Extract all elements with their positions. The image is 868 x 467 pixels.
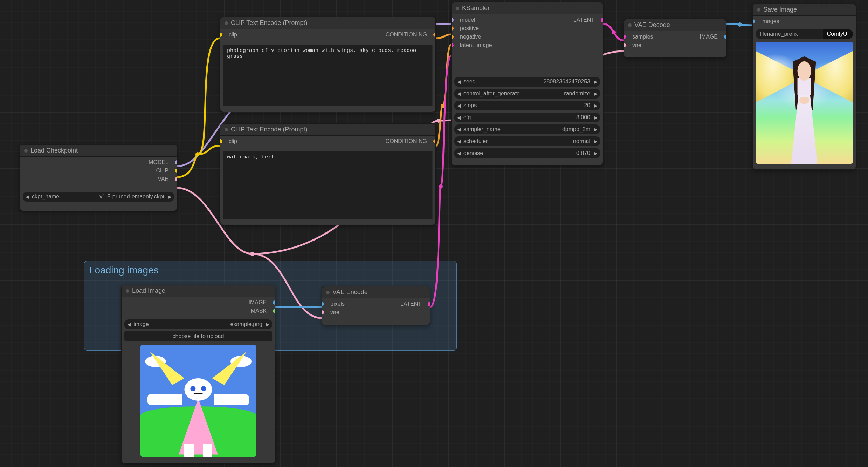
arrow-left-icon[interactable]: ◀ (456, 103, 462, 108)
socket[interactable] (322, 302, 324, 306)
socket[interactable] (752, 19, 755, 23)
arrow-right-icon[interactable]: ▶ (592, 115, 599, 120)
node-collapse-dot[interactable] (126, 289, 129, 293)
node-load-image[interactable]: Load Image IMAGE MASK ◀imageexample.png▶… (121, 285, 275, 463)
socket[interactable] (428, 302, 430, 306)
output-conditioning[interactable]: CONDITIONING (382, 137, 435, 145)
node-collapse-dot[interactable] (225, 21, 228, 25)
arrow-left-icon[interactable]: ◀ (456, 91, 462, 96)
arrow-right-icon[interactable]: ▶ (166, 194, 173, 199)
input-pixels[interactable]: pixels (322, 300, 348, 308)
input-model[interactable]: model (452, 16, 496, 24)
param-filename-prefix[interactable]: filename_prefix ComfyUI (756, 29, 853, 39)
input-positive[interactable]: positive (452, 24, 496, 33)
input-negative[interactable]: negative (452, 33, 496, 41)
param-image[interactable]: ◀imageexample.png▶ (124, 319, 272, 329)
param-ckpt-name[interactable]: ◀ ckpt_name v1-5-pruned-emaonly.ckpt ▶ (23, 192, 174, 202)
socket[interactable] (433, 33, 436, 37)
prompt-textarea[interactable]: watermark, text (223, 151, 433, 219)
param-denoise[interactable]: ◀denoise0.870▶ (454, 148, 600, 158)
socket[interactable] (601, 18, 603, 22)
socket[interactable] (451, 18, 454, 22)
node-load-checkpoint[interactable]: Load Checkpoint MODEL CLIP VAE ◀ ckpt_na… (20, 144, 177, 211)
arrow-right-icon[interactable]: ▶ (592, 103, 599, 108)
arrow-left-icon[interactable]: ◀ (24, 194, 30, 199)
socket[interactable] (220, 33, 222, 37)
socket[interactable] (624, 35, 626, 39)
node-collapse-dot[interactable] (326, 291, 330, 294)
socket[interactable] (451, 26, 454, 31)
output-image[interactable]: IMAGE (696, 33, 726, 41)
arrow-left-icon[interactable]: ◀ (456, 138, 462, 144)
node-header[interactable]: VAE Decode (624, 19, 726, 31)
output-clip[interactable]: CLIP (152, 167, 177, 175)
output-mask[interactable]: MASK (247, 307, 275, 315)
arrow-right-icon[interactable]: ▶ (592, 138, 599, 144)
node-collapse-dot[interactable] (456, 7, 459, 10)
socket[interactable] (624, 43, 626, 47)
arrow-left-icon[interactable]: ◀ (456, 115, 462, 120)
node-collapse-dot[interactable] (628, 23, 632, 27)
node-header[interactable]: Load Image (122, 285, 275, 297)
param-sampler-name[interactable]: ◀sampler_namedpmpp_2m▶ (454, 124, 600, 134)
prompt-textarea[interactable]: photograph of victorian woman with wings… (223, 45, 433, 106)
node-clip-text-encode-negative[interactable]: CLIP Text Encode (Prompt) clip CONDITION… (220, 123, 436, 225)
node-ksampler[interactable]: KSampler model positive negative latent_… (451, 2, 603, 165)
socket[interactable] (175, 177, 177, 181)
node-collapse-dot[interactable] (757, 8, 760, 12)
node-clip-text-encode-positive[interactable]: CLIP Text Encode (Prompt) clip CONDITION… (220, 17, 436, 112)
input-vae[interactable]: vae (322, 308, 348, 317)
socket[interactable] (724, 35, 726, 39)
node-collapse-dot[interactable] (225, 128, 228, 131)
input-vae[interactable]: vae (624, 41, 657, 49)
output-latent[interactable]: LATENT (570, 16, 603, 24)
arrow-right-icon[interactable]: ▶ (592, 150, 599, 156)
socket[interactable] (433, 139, 436, 143)
socket[interactable] (220, 139, 222, 143)
socket[interactable] (451, 35, 454, 39)
socket[interactable] (175, 169, 177, 173)
output-vae[interactable]: VAE (154, 175, 177, 183)
node-vae-encode[interactable]: VAE Encode pixels vae LATENT (322, 286, 430, 325)
node-header[interactable]: Load Checkpoint (20, 145, 177, 157)
param-control-after-generate[interactable]: ◀control_after_generaterandomize▶ (454, 89, 600, 99)
node-header[interactable]: KSampler (452, 2, 603, 14)
node-header[interactable]: VAE Encode (322, 286, 430, 298)
socket[interactable] (273, 309, 275, 313)
arrow-left-icon[interactable]: ◀ (126, 322, 132, 327)
input-samples[interactable]: samples (624, 33, 657, 41)
param-cfg[interactable]: ◀cfg8.000▶ (454, 113, 600, 122)
socket[interactable] (273, 300, 275, 305)
arrow-left-icon[interactable]: ◀ (456, 150, 462, 156)
input-clip[interactable]: clip (220, 137, 241, 145)
arrow-right-icon[interactable]: ▶ (592, 91, 599, 96)
socket[interactable] (175, 160, 177, 164)
output-conditioning[interactable]: CONDITIONING (382, 31, 435, 39)
node-header[interactable]: CLIP Text Encode (Prompt) (220, 124, 435, 136)
param-steps[interactable]: ◀steps20▶ (454, 101, 600, 110)
output-image-preview[interactable] (756, 42, 853, 164)
arrow-left-icon[interactable]: ◀ (456, 127, 462, 132)
arrow-left-icon[interactable]: ◀ (456, 79, 462, 84)
socket[interactable] (322, 310, 324, 314)
node-header[interactable]: CLIP Text Encode (Prompt) (220, 17, 435, 29)
arrow-right-icon[interactable]: ▶ (592, 79, 599, 84)
choose-file-button[interactable]: choose file to upload (124, 331, 272, 341)
input-latent-image[interactable]: latent_image (452, 41, 496, 49)
node-header[interactable]: Save Image (753, 4, 856, 16)
node-title: Load Checkpoint (30, 147, 78, 154)
output-model[interactable]: MODEL (145, 158, 177, 167)
param-scheduler[interactable]: ◀schedulernormal▶ (454, 136, 600, 146)
node-save-image[interactable]: Save Image images filename_prefix ComfyU… (752, 4, 856, 170)
node-vae-decode[interactable]: VAE Decode samples vae IMAGE (624, 19, 726, 57)
arrow-right-icon[interactable]: ▶ (592, 127, 599, 132)
node-collapse-dot[interactable] (24, 149, 28, 153)
input-clip[interactable]: clip (220, 31, 241, 39)
socket[interactable] (451, 43, 454, 47)
input-images[interactable]: images (753, 17, 783, 26)
input-image-preview[interactable] (140, 345, 256, 457)
output-latent[interactable]: LATENT (397, 300, 430, 308)
output-image[interactable]: IMAGE (245, 298, 275, 307)
param-seed[interactable]: ◀seed280823642470253▶ (454, 77, 600, 87)
arrow-right-icon[interactable]: ▶ (264, 322, 271, 327)
